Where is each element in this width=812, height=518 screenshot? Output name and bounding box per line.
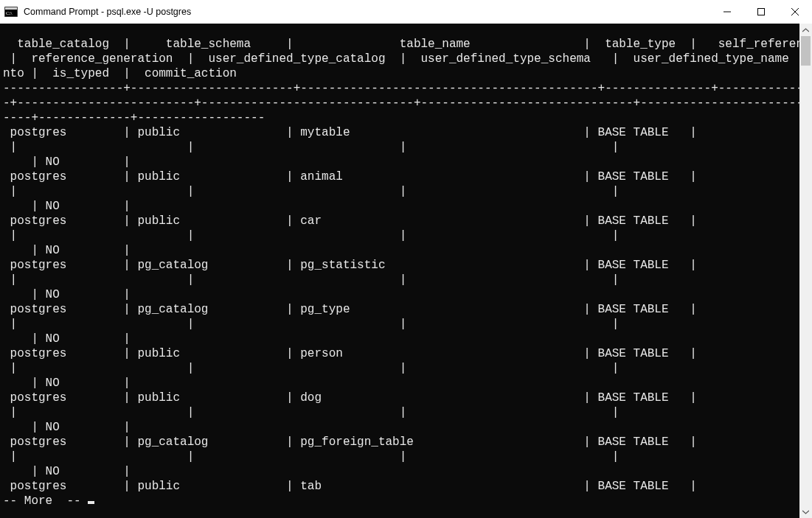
scroll-up-button[interactable] [799, 24, 812, 36]
terminal-area: table_catalog | table_schema | table_nam… [0, 24, 812, 518]
scroll-thumb[interactable] [801, 36, 811, 66]
svg-rect-1 [5, 7, 17, 10]
title-bar[interactable]: C:\ Command Prompt - psql.exe -U postgre… [0, 0, 812, 24]
window-frame: C:\ Command Prompt - psql.exe -U postgre… [0, 0, 812, 518]
maximize-button[interactable] [744, 0, 778, 24]
minimize-button[interactable] [710, 0, 744, 24]
vertical-scrollbar[interactable] [799, 24, 812, 518]
svg-rect-4 [758, 9, 765, 15]
terminal-cursor [88, 501, 94, 504]
scroll-down-button[interactable] [799, 505, 812, 518]
cmd-icon: C:\ [4, 6, 18, 18]
terminal-output: table_catalog | table_schema | table_nam… [0, 35, 799, 518]
terminal-viewport[interactable]: table_catalog | table_schema | table_nam… [0, 24, 799, 518]
pager-more[interactable]: -- More -- [3, 494, 88, 508]
close-button[interactable] [778, 0, 812, 24]
scroll-track[interactable] [799, 36, 812, 505]
window-controls [710, 0, 812, 24]
window-title: Command Prompt - psql.exe -U postgres [24, 7, 710, 17]
svg-text:C:\: C:\ [6, 10, 13, 16]
